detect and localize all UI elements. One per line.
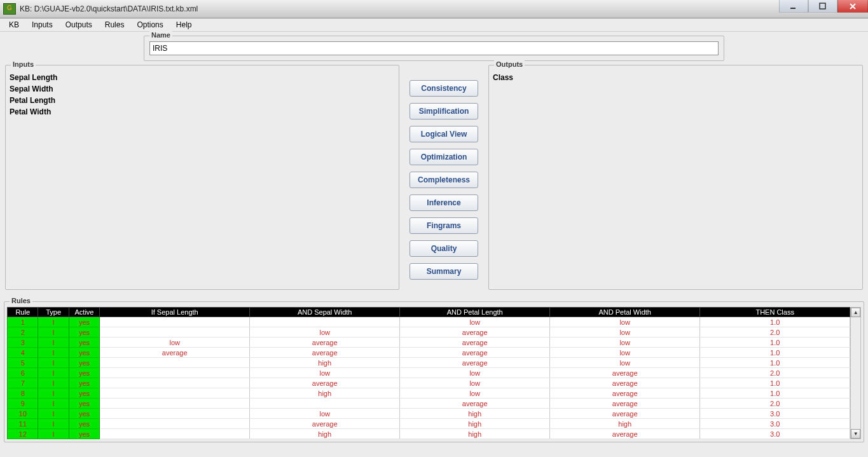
cell-c2[interactable]: high bbox=[250, 429, 400, 439]
cell-active[interactable]: yes bbox=[69, 388, 99, 399]
cell-c2[interactable]: average bbox=[250, 338, 400, 348]
cell-type[interactable]: I bbox=[38, 348, 69, 358]
cell-active[interactable]: yes bbox=[69, 368, 99, 378]
cell-n[interactable]: 5 bbox=[8, 358, 38, 368]
cell-n[interactable]: 3 bbox=[8, 338, 38, 348]
cell-c3[interactable]: high bbox=[400, 429, 550, 439]
cell-c2[interactable]: high bbox=[250, 358, 400, 368]
cell-r[interactable]: 2.0 bbox=[700, 327, 850, 338]
table-row[interactable]: 1Iyeslowlow1.0 bbox=[8, 317, 850, 327]
cell-c2[interactable]: average bbox=[250, 348, 400, 358]
cell-r[interactable]: 2.0 bbox=[700, 368, 850, 378]
cell-r[interactable]: 1.0 bbox=[700, 348, 850, 358]
cell-n[interactable]: 8 bbox=[8, 388, 38, 399]
col-type[interactable]: Type bbox=[38, 308, 69, 317]
table-row[interactable]: 12Iyeshighhighaverage3.0 bbox=[8, 429, 850, 439]
cell-c2[interactable]: high bbox=[250, 388, 400, 399]
cell-c2[interactable] bbox=[250, 317, 400, 327]
simplification-button[interactable]: Simplification bbox=[410, 103, 478, 119]
quality-button[interactable]: Quality bbox=[410, 240, 478, 257]
col-then-class[interactable]: THEN Class bbox=[700, 308, 850, 317]
optimization-button[interactable]: Optimization bbox=[410, 149, 478, 165]
close-button[interactable] bbox=[837, 0, 868, 13]
cell-active[interactable]: yes bbox=[69, 338, 99, 348]
col-active[interactable]: Active bbox=[69, 308, 99, 317]
cell-c4[interactable]: average bbox=[550, 399, 700, 409]
cell-r[interactable]: 3.0 bbox=[700, 429, 850, 439]
cell-c3[interactable]: high bbox=[400, 409, 550, 419]
col-if-sepal-length[interactable]: If Sepal Length bbox=[100, 308, 250, 317]
cell-r[interactable]: 2.0 bbox=[700, 399, 850, 409]
cell-c4[interactable]: low bbox=[550, 317, 700, 327]
table-row[interactable]: 4Iyesaverageaverageaveragelow1.0 bbox=[8, 348, 850, 358]
cell-c3[interactable]: average bbox=[400, 348, 550, 358]
cell-c4[interactable]: low bbox=[550, 358, 700, 368]
cell-c3[interactable]: high bbox=[400, 419, 550, 429]
cell-n[interactable]: 9 bbox=[8, 399, 38, 409]
table-row[interactable]: 9Iyesaverageaverage2.0 bbox=[8, 399, 850, 409]
minimize-button[interactable] bbox=[779, 0, 808, 13]
cell-c2[interactable]: low bbox=[250, 327, 400, 338]
cell-n[interactable]: 7 bbox=[8, 378, 38, 388]
cell-n[interactable]: 6 bbox=[8, 368, 38, 378]
col-rule[interactable]: Rule bbox=[8, 308, 38, 317]
rules-scrollbar[interactable]: ▲ ▼ bbox=[850, 307, 861, 439]
cell-n[interactable]: 12 bbox=[8, 429, 38, 439]
cell-n[interactable]: 11 bbox=[8, 419, 38, 429]
cell-type[interactable]: I bbox=[38, 388, 69, 399]
cell-type[interactable]: I bbox=[38, 429, 69, 439]
cell-r[interactable]: 1.0 bbox=[700, 317, 850, 327]
menu-inputs[interactable]: Inputs bbox=[27, 19, 58, 31]
maximize-button[interactable] bbox=[808, 0, 837, 13]
summary-button[interactable]: Summary bbox=[410, 263, 478, 280]
cell-c4[interactable]: high bbox=[550, 419, 700, 429]
cell-c4[interactable]: average bbox=[550, 368, 700, 378]
cell-type[interactable]: I bbox=[38, 368, 69, 378]
table-row[interactable]: 5Iyeshighaveragelow1.0 bbox=[8, 358, 850, 368]
cell-c1[interactable] bbox=[100, 409, 250, 419]
cell-c1[interactable] bbox=[100, 317, 250, 327]
fingrams-button[interactable]: Fingrams bbox=[410, 217, 478, 234]
cell-c4[interactable]: low bbox=[550, 348, 700, 358]
list-item[interactable]: Class bbox=[493, 72, 858, 83]
col-and-petal-length[interactable]: AND Petal Length bbox=[400, 308, 550, 317]
cell-active[interactable]: yes bbox=[69, 399, 99, 409]
cell-c1[interactable] bbox=[100, 378, 250, 388]
list-item[interactable]: Sepal Length bbox=[10, 72, 395, 83]
table-row[interactable]: 10Iyeslowhighaverage3.0 bbox=[8, 409, 850, 419]
scroll-down-icon[interactable]: ▼ bbox=[851, 429, 860, 439]
cell-r[interactable]: 1.0 bbox=[700, 358, 850, 368]
cell-c2[interactable]: average bbox=[250, 378, 400, 388]
cell-type[interactable]: I bbox=[38, 399, 69, 409]
consistency-button[interactable]: Consistency bbox=[410, 80, 478, 97]
cell-c1[interactable]: low bbox=[100, 338, 250, 348]
cell-c4[interactable]: average bbox=[550, 378, 700, 388]
cell-active[interactable]: yes bbox=[69, 327, 99, 338]
cell-n[interactable]: 4 bbox=[8, 348, 38, 358]
cell-type[interactable]: I bbox=[38, 327, 69, 338]
cell-c2[interactable]: low bbox=[250, 368, 400, 378]
cell-c2[interactable]: average bbox=[250, 419, 400, 429]
list-item[interactable]: Petal Length bbox=[10, 95, 395, 106]
cell-c3[interactable]: low bbox=[400, 378, 550, 388]
cell-c3[interactable]: average bbox=[400, 327, 550, 338]
cell-r[interactable]: 3.0 bbox=[700, 419, 850, 429]
cell-c1[interactable] bbox=[100, 368, 250, 378]
menu-kb[interactable]: KB bbox=[4, 19, 24, 31]
cell-r[interactable]: 1.0 bbox=[700, 388, 850, 399]
cell-c3[interactable]: average bbox=[400, 399, 550, 409]
list-item[interactable]: Sepal Width bbox=[10, 83, 395, 95]
menu-outputs[interactable]: Outputs bbox=[60, 19, 97, 31]
cell-c1[interactable] bbox=[100, 419, 250, 429]
cell-r[interactable]: 1.0 bbox=[700, 378, 850, 388]
cell-c2[interactable]: low bbox=[250, 409, 400, 419]
name-input[interactable] bbox=[149, 41, 719, 55]
col-and-sepal-width[interactable]: AND Sepal Width bbox=[250, 308, 400, 317]
completeness-button[interactable]: Completeness bbox=[410, 172, 478, 188]
cell-c4[interactable]: average bbox=[550, 388, 700, 399]
cell-active[interactable]: yes bbox=[69, 429, 99, 439]
cell-c3[interactable]: average bbox=[400, 358, 550, 368]
cell-c3[interactable]: low bbox=[400, 317, 550, 327]
list-item[interactable]: Petal Width bbox=[10, 106, 395, 118]
cell-c1[interactable] bbox=[100, 388, 250, 399]
